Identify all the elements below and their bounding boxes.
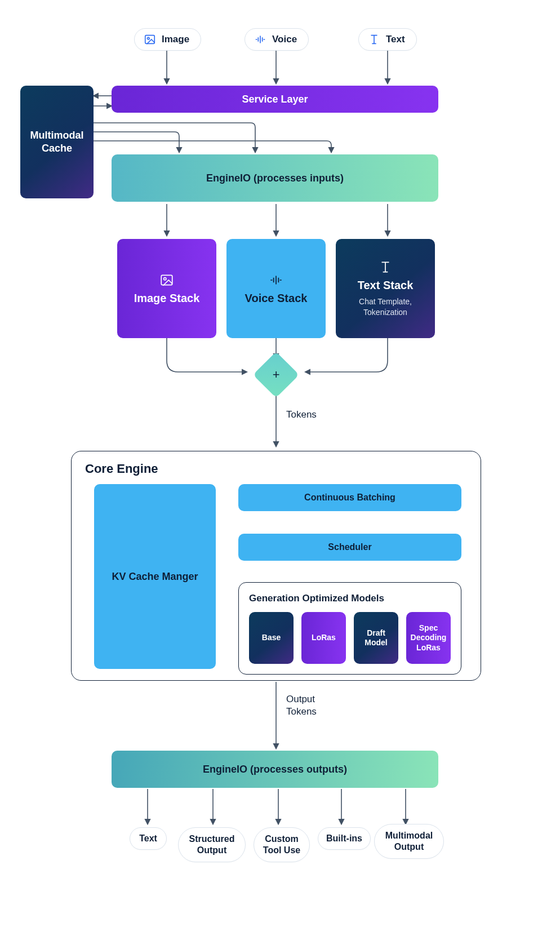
output-tokens-label: Output Tokens: [286, 693, 317, 718]
core-engine-panel: Core Engine KV Cache Manger Continuous B…: [71, 451, 481, 681]
voice-icon: [254, 33, 266, 46]
engineio-outputs-box: EngineIO (processes outputs): [112, 751, 438, 788]
voice-icon: [269, 273, 283, 287]
output-pill-multimodal: Multimodal Output: [374, 824, 444, 859]
gen-models-panel: Generation Optimized Models Base LoRas D…: [238, 582, 461, 675]
output-pill-structured: Structured Output: [178, 827, 246, 862]
voice-stack-label: Voice Stack: [245, 292, 308, 305]
input-pill-label: Text: [386, 34, 405, 45]
core-engine-title: Core Engine: [85, 462, 158, 476]
output-pill-custom-tool: Custom Tool Use: [254, 827, 310, 862]
image-icon: [159, 273, 174, 287]
model-loras: LoRas: [301, 612, 346, 664]
scheduler-label: Scheduler: [328, 542, 371, 552]
kv-cache-box: KV Cache Manger: [94, 484, 216, 669]
kv-cache-label: KV Cache Manger: [112, 571, 198, 583]
engineio-inputs-label: EngineIO (processes inputs): [206, 172, 344, 184]
engineio-inputs-box: EngineIO (processes inputs): [112, 154, 438, 202]
input-pill-voice: Voice: [245, 28, 309, 51]
output-pill-text: Text: [130, 827, 167, 850]
multimodal-cache-box: Multimodal Cache: [20, 86, 94, 198]
batching-box: Continuous Batching: [238, 484, 461, 511]
batching-label: Continuous Batching: [304, 493, 395, 503]
text-stack-box: Text Stack Chat Template, Tokenization: [336, 239, 435, 338]
svg-rect-21: [145, 36, 155, 44]
tokens-label: Tokens: [286, 409, 317, 420]
input-pill-text: Text: [358, 28, 417, 51]
image-icon: [144, 33, 156, 46]
text-stack-subtitle: Chat Template, Tokenization: [344, 296, 427, 318]
model-base: Base: [249, 612, 294, 664]
svg-rect-23: [161, 275, 172, 285]
service-layer-box: Service Layer: [112, 86, 438, 113]
scheduler-box: Scheduler: [238, 534, 461, 561]
model-draft: Draft Model: [354, 612, 398, 664]
plus-icon: +: [273, 367, 280, 382]
image-stack-label: Image Stack: [134, 292, 200, 305]
input-pill-label: Voice: [272, 34, 297, 45]
model-spec-loras: Spec Decoding LoRas: [406, 612, 451, 664]
text-icon: [378, 260, 393, 274]
output-pill-builtins: Built-ins: [318, 827, 371, 850]
text-icon: [368, 33, 380, 46]
input-pill-label: Image: [162, 34, 189, 45]
engineio-outputs-label: EngineIO (processes outputs): [203, 764, 347, 775]
svg-point-24: [164, 277, 166, 280]
gen-models-title: Generation Optimized Models: [249, 593, 451, 604]
voice-stack-box: Voice Stack: [226, 239, 326, 338]
merge-diamond: +: [260, 358, 292, 391]
image-stack-box: Image Stack: [117, 239, 216, 338]
svg-point-22: [147, 37, 149, 39]
input-pill-image: Image: [134, 28, 201, 51]
text-stack-title: Text Stack: [358, 279, 414, 292]
service-layer-label: Service Layer: [242, 94, 308, 105]
multimodal-cache-label: Multimodal Cache: [28, 129, 86, 156]
